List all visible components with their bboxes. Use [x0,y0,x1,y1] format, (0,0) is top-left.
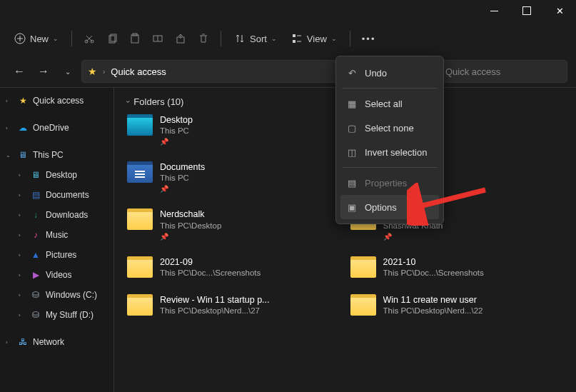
folder-item[interactable]: NerdschalkThis PC\Desktop📌 [127,208,340,240]
group-label: Folders (10) [133,96,183,107]
folder-item[interactable]: DesktopThis PC📌 [127,114,340,146]
props-icon: ▤ [346,177,358,189]
sidebar-item-quick-access[interactable]: ›★Quick access [0,91,113,111]
address-bar[interactable]: ★ › Quick access [81,60,338,83]
sidebar-item-label: Network [33,337,108,347]
sidebar-item-windows-c-[interactable]: ›⛁Windows (C:) [0,285,113,305]
folder-icon [127,256,153,278]
desk-icon: 🖥 [30,169,41,181]
divider [71,31,72,46]
folder-item[interactable]: Win 11 create new userThis PC\Desktop\Ne… [350,294,564,316]
svg-rect-9 [293,34,295,37]
pin-icon: 📌 [383,233,443,241]
folder-icon [350,294,376,316]
net-icon: 🖧 [17,336,29,348]
folder-location: This PC\Doc...\Screenshots [160,268,261,278]
sidebar-item-my-stuff-d-[interactable]: ›⛁My Stuff (D:) [0,305,113,325]
divider [221,31,221,46]
chevron-down-icon: ⌄ [331,35,337,42]
menu-item-label: Undo [365,68,387,79]
view-label: View [307,34,327,44]
sidebar-item-network[interactable]: ›🖧Network [0,332,113,352]
folder-name: Win 11 create new user [383,294,483,306]
sort-label: Sort [250,34,267,44]
folder-location: This PC [160,126,193,136]
caret-icon: › [19,272,26,278]
folder-item[interactable]: 2021-09This PC\Doc...\Screenshots [127,256,340,278]
caret-icon: ⌄ [6,152,13,159]
pics-icon: ▲ [30,249,41,261]
caret-icon: › [6,98,13,104]
back-button[interactable]: ← [9,61,30,82]
sidebar-item-pictures[interactable]: ›▲Pictures [0,245,113,265]
share-button[interactable] [171,29,191,49]
folder-icon [350,256,376,278]
chevron-down-icon: ⌄ [53,35,59,42]
pin-icon: 📌 [160,233,221,241]
menu-item-label: Invert selection [365,147,427,158]
svg-rect-5 [131,35,138,43]
invert-icon: ◫ [346,146,358,158]
sidebar-item-this-pc[interactable]: ⌄🖥This PC [0,145,113,165]
sidebar-item-label: Documents [46,190,108,200]
rename-button[interactable] [148,29,168,49]
caret-icon: › [19,292,26,298]
caret-icon: › [19,252,26,258]
sidebar-item-label: Pictures [46,250,108,260]
menu-item-select-all[interactable]: ▦Select all [340,91,439,116]
delete-button[interactable] [193,29,213,49]
sidebar-item-label: This PC [33,150,108,160]
folder-name: Desktop [160,114,193,126]
sidebar-item-music[interactable]: ›♪Music [0,225,113,245]
copy-button[interactable] [102,29,122,49]
paste-button[interactable] [125,29,145,49]
folder-location: This PC\Desktop\Nerd...\22 [383,306,483,316]
sort-button[interactable]: Sort ⌄ [228,29,283,49]
new-button[interactable]: New ⌄ [9,29,64,49]
sidebar-item-documents[interactable]: ›▤Documents [0,185,113,205]
menu-item-invert-selection[interactable]: ◫Invert selection [340,140,439,164]
sidebar-item-downloads[interactable]: ›↓Downloads [0,205,113,225]
folder-item[interactable]: DocumentsThis PC📌 [127,161,340,193]
sidebar-item-videos[interactable]: ›▶Videos [0,265,113,285]
pin-icon: 📌 [160,138,193,146]
sidebar-item-label: Downloads [46,210,108,220]
folder-name: Nerdschalk [160,208,221,220]
cut-button[interactable] [79,29,99,49]
view-button[interactable]: View ⌄ [286,29,343,49]
menu-item-undo[interactable]: ↶Undo [340,61,439,85]
search-placeholder: Quick access [445,66,500,77]
navigation-row: ← → ⌄ ★ › Quick access Quick access [0,56,576,87]
menu-item-label: Select none [365,123,414,134]
breadcrumb: Quick access [111,66,166,77]
doc-icon: ▤ [30,189,41,201]
folder-name: 2021-09 [160,256,261,268]
maximize-button[interactable] [510,0,543,21]
sidebar-item-label: Windows (C:) [46,290,108,300]
caret-icon: › [19,172,26,179]
vid-icon: ▶ [30,269,41,281]
folder-name: 2021-10 [383,256,484,268]
selall-icon: ▦ [346,98,358,109]
sidebar-item-onedrive[interactable]: ›☁OneDrive [0,118,113,138]
forward-button[interactable]: → [33,61,54,82]
star-icon: ★ [88,66,97,77]
menu-item-select-none[interactable]: ▢Select none [340,116,439,140]
drive-icon: ⛁ [30,309,41,321]
svg-rect-10 [293,40,295,43]
recent-button[interactable]: ⌄ [57,61,79,82]
caret-icon: › [19,192,26,198]
sidebar-item-desktop[interactable]: ›🖥Desktop [0,165,113,185]
chevron-down-icon: › [124,101,132,103]
folder-item[interactable]: Review - Win 11 startup p...This PC\Desk… [127,294,340,316]
close-button[interactable] [543,0,576,21]
minimize-button[interactable] [478,0,510,21]
more-button[interactable]: ••• [358,29,380,49]
folder-item[interactable]: 2021-10This PC\Doc...\Screenshots [350,256,564,278]
cloud-icon: ☁ [17,122,29,134]
sidebar-item-label: Music [46,230,108,240]
search-input[interactable]: Quick access [439,60,567,83]
selnone-icon: ▢ [346,122,358,134]
folder-location: This PC\Desktop [160,221,221,231]
folder-location: This PC [160,173,205,184]
